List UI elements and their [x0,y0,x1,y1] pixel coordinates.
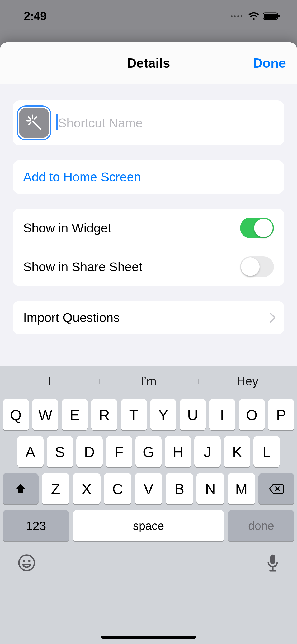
key-row-3: ZXCVBNM [3,473,294,504]
wifi-icon [248,12,260,20]
key-row-4: 123 space done [3,510,294,541]
svg-point-11 [28,560,31,562]
suggestion-0[interactable]: I [0,374,99,388]
suggestion-1[interactable]: I’m [99,374,198,388]
key-b[interactable]: B [166,473,193,504]
shortcut-icon-button[interactable] [19,108,49,138]
chevron-right-icon [270,312,276,323]
key-c[interactable]: C [104,473,131,504]
space-key[interactable]: space [73,510,224,541]
nav-bar: Details Done [0,42,297,84]
key-h[interactable]: H [165,436,191,467]
emoji-key[interactable] [17,554,36,572]
svg-rect-1 [264,14,277,19]
show-in-share-sheet-toggle[interactable] [240,256,274,277]
text-cursor [56,114,58,130]
key-q[interactable]: Q [3,399,29,430]
show-in-share-sheet-row: Show in Share Sheet [13,247,284,286]
keyboard-bottom-bar [0,541,297,573]
svg-line-5 [29,117,31,119]
add-home-card: Add to Home Screen [13,160,284,194]
magic-wand-icon [25,114,43,132]
status-time: 2:49 [24,10,46,23]
key-f[interactable]: F [106,436,132,467]
key-row-2: ASDFGHJKL [3,436,294,467]
key-x[interactable]: X [73,473,100,504]
add-to-home-screen-button[interactable]: Add to Home Screen [13,160,284,194]
svg-line-6 [34,117,36,119]
status-icons [231,12,280,20]
svg-rect-12 [270,555,275,564]
key-row-1: QWERTYUIOP [3,399,294,430]
key-k[interactable]: K [224,436,250,467]
shortcut-name-card: Shortcut Name [13,100,284,145]
key-e[interactable]: E [62,399,88,430]
status-bar: 2:49 [0,0,297,35]
key-w[interactable]: W [32,399,59,430]
shift-key[interactable] [3,473,39,504]
battery-icon [263,12,280,20]
nav-title: Details [127,56,170,71]
home-indicator[interactable] [101,636,196,639]
done-button[interactable]: Done [253,56,286,71]
key-d[interactable]: D [76,436,103,467]
show-in-widget-row: Show in Widget [13,209,284,247]
key-r[interactable]: R [91,399,117,430]
key-v[interactable]: V [135,473,162,504]
dictation-key[interactable] [266,553,280,573]
shortcut-name-input[interactable]: Shortcut Name [56,112,278,134]
key-o[interactable]: O [239,399,265,430]
key-g[interactable]: G [135,436,162,467]
backspace-key[interactable] [258,473,294,504]
svg-point-9 [19,555,34,571]
keyboard-done-key[interactable]: done [228,510,294,541]
show-in-widget-toggle[interactable] [240,218,274,238]
key-t[interactable]: T [121,399,147,430]
key-p[interactable]: P [268,399,294,430]
key-j[interactable]: J [194,436,221,467]
svg-line-8 [33,121,41,129]
shortcut-name-placeholder: Shortcut Name [58,116,143,130]
key-rows: QWERTYUIOP ASDFGHJKL ZXCVBNM 123 space d… [0,397,297,541]
key-s[interactable]: S [47,436,73,467]
key-n[interactable]: N [196,473,224,504]
key-y[interactable]: Y [150,399,177,430]
show-in-share-sheet-label: Show in Share Sheet [23,260,142,274]
suggestion-2[interactable]: Hey [198,374,297,388]
keyboard: I I’m Hey QWERTYUIOP ASDFGHJKL ZXCVBNM 1… [0,366,297,644]
key-z[interactable]: Z [42,473,69,504]
key-m[interactable]: M [228,473,255,504]
cellular-dots-icon [231,15,242,17]
import-card: Import Questions [13,301,284,334]
svg-point-10 [23,560,25,562]
key-l[interactable]: L [253,436,280,467]
numbers-key[interactable]: 123 [3,510,69,541]
suggestion-bar: I I’m Hey [0,366,297,397]
details-sheet: Details Done [0,42,297,644]
import-questions-button[interactable]: Import Questions [13,301,284,334]
key-a[interactable]: A [17,436,44,467]
key-i[interactable]: I [209,399,235,430]
svg-line-7 [29,122,31,125]
import-questions-label: Import Questions [23,310,120,325]
visibility-card: Show in Widget Show in Share Sheet [13,209,284,286]
svg-rect-2 [278,15,280,17]
show-in-widget-label: Show in Widget [23,221,111,235]
key-u[interactable]: U [180,399,206,430]
